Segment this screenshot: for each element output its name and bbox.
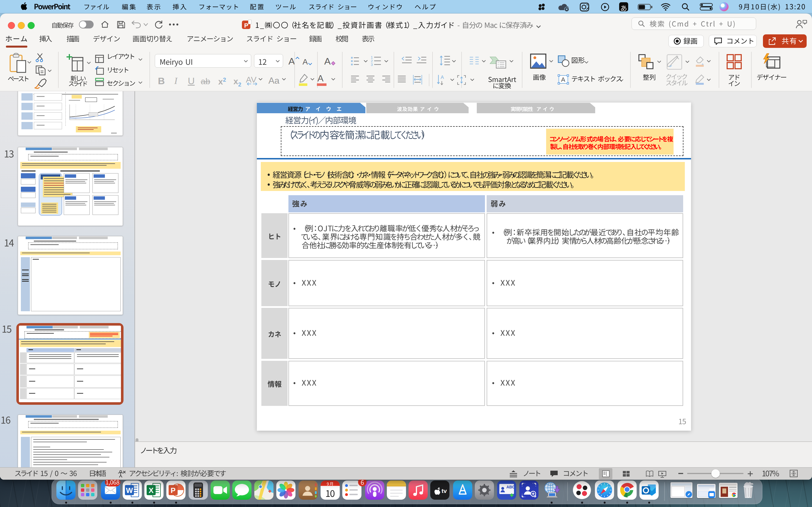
svg-text:3: 3: [371, 62, 373, 66]
svg-text:tv: tv: [442, 488, 447, 494]
svg-text:X: X: [149, 486, 154, 495]
svg-text:A: A: [561, 76, 565, 83]
svg-text:W: W: [126, 486, 133, 495]
svg-text:A: A: [441, 75, 444, 80]
svg-text:ABC: ABC: [506, 485, 515, 489]
svg-text:P: P: [170, 486, 175, 495]
